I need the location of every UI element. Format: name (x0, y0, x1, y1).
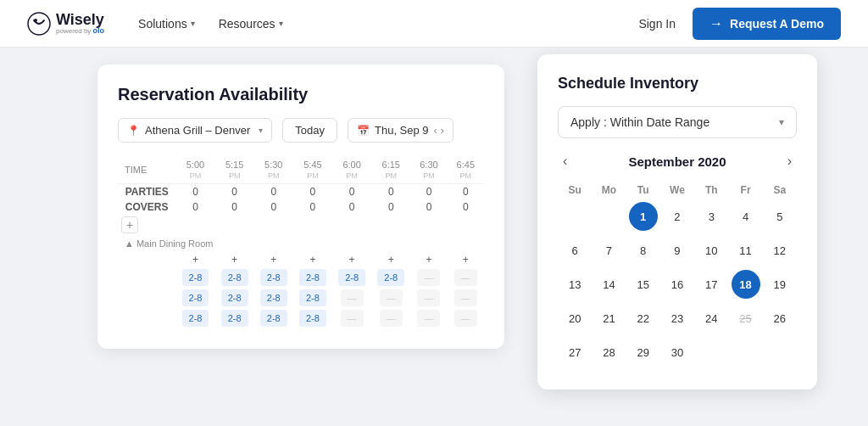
cal-day-28[interactable]: 28 (594, 338, 623, 367)
date-range-dropdown[interactable]: Apply : Within Date Range ▾ (558, 106, 797, 138)
nav-menu: Solutions ▾ Resources ▾ (138, 17, 638, 31)
calendar-next-button[interactable]: › (782, 152, 797, 171)
cal-day-24[interactable]: 24 (697, 304, 726, 333)
calendar-month-year: September 2020 (628, 154, 726, 169)
calendar-grid: Su Mo Tu We Th Fr Sa 1 2 (558, 181, 797, 369)
cal-day-29[interactable]: 29 (629, 338, 658, 367)
slot-3-2[interactable]: 2-8 (221, 310, 248, 327)
add-slot-2[interactable]: + (215, 252, 254, 267)
date-range-chevron-icon: ▾ (779, 116, 784, 128)
inventory-panel-title: Schedule Inventory (558, 75, 797, 92)
cal-day-25[interactable]: 25 (732, 304, 760, 333)
plus-row-1: + + + + + + + + (118, 252, 484, 267)
slot-2-6[interactable]: — (380, 289, 403, 306)
request-demo-button[interactable]: → Request A Demo (693, 8, 841, 40)
cal-day-1[interactable]: 1 (629, 202, 658, 231)
calendar-week-4: 20 21 22 23 24 25 26 (558, 301, 797, 335)
cal-day-10[interactable]: 10 (697, 236, 726, 265)
cal-day-8[interactable]: 8 (629, 236, 658, 265)
calendar-week-5: 27 28 29 30 (558, 335, 797, 369)
cal-day-18[interactable]: 18 (732, 270, 760, 299)
cal-day-14[interactable]: 14 (594, 270, 623, 299)
add-slot-8[interactable]: + (448, 252, 484, 267)
slot-header-3: 5:30PM (254, 156, 293, 184)
slot-3-4[interactable]: 2-8 (299, 310, 326, 327)
add-slot-1[interactable]: + (175, 252, 214, 267)
cal-day-23[interactable]: 23 (663, 304, 692, 333)
slot-1-5[interactable]: 2-8 (338, 269, 365, 286)
cal-day-12[interactable]: 12 (765, 236, 794, 265)
date-navigator[interactable]: 📅 Thu, Sep 9 ‹ › (348, 118, 453, 143)
slot-2-8[interactable]: — (454, 289, 477, 306)
location-select[interactable]: 📍 Athena Grill – Denver ▾ (118, 118, 272, 143)
nav-resources[interactable]: Resources ▾ (219, 17, 283, 31)
slot-1-1[interactable]: 2-8 (182, 269, 209, 286)
slot-1-2[interactable]: 2-8 (221, 269, 248, 286)
slot-3-8[interactable]: — (454, 310, 477, 327)
slot-1-4[interactable]: 2-8 (299, 269, 326, 286)
cal-day-3[interactable]: 3 (697, 202, 726, 231)
cal-day-17[interactable]: 17 (697, 270, 726, 299)
navbar: Wisely powered by olo Solutions ▾ Resour… (0, 0, 868, 48)
slot-2-2[interactable]: 2-8 (221, 289, 248, 306)
cal-day-2[interactable]: 2 (663, 202, 692, 231)
calendar-week-3: 13 14 15 16 17 18 19 (558, 267, 797, 301)
slot-3-6[interactable]: — (380, 310, 403, 327)
current-date-label: Thu, Sep 9 (375, 124, 429, 137)
slot-2-3[interactable]: 2-8 (260, 289, 287, 306)
covers-row: COVERS 000 000 00 (118, 199, 484, 215)
cal-day-4[interactable]: 4 (732, 202, 760, 231)
cal-day-11[interactable]: 11 (732, 236, 760, 265)
cal-day-13[interactable]: 13 (560, 270, 589, 299)
cal-day-26[interactable]: 26 (765, 304, 794, 333)
add-slot-5[interactable]: + (332, 252, 371, 267)
reservation-panel-title: Reservation Availability (118, 85, 484, 104)
slot-1-3[interactable]: 2-8 (260, 269, 287, 286)
slot-3-3[interactable]: 2-8 (260, 310, 287, 327)
slot-1-8[interactable]: — (454, 269, 477, 286)
add-slot-6[interactable]: + (371, 252, 410, 267)
cal-day-30[interactable]: 30 (663, 338, 692, 367)
cal-day-15[interactable]: 15 (629, 270, 658, 299)
slot-2-4[interactable]: 2-8 (299, 289, 326, 306)
add-row: + (118, 215, 484, 235)
calendar: ‹ September 2020 › Su Mo Tu We Th Fr Sa (558, 152, 797, 369)
sign-in-button[interactable]: Sign In (638, 17, 676, 31)
add-slot-4[interactable]: + (293, 252, 332, 267)
date-range-label: Apply : Within Date Range (570, 115, 709, 129)
cal-day-21[interactable]: 21 (594, 304, 623, 333)
powered-label: powered by (56, 27, 91, 35)
slot-1-7[interactable]: — (417, 269, 440, 286)
calendar-icon: 📅 (357, 125, 370, 137)
day-header-fr: Fr (728, 181, 762, 199)
add-section-button[interactable]: + (121, 216, 138, 233)
slot-3-1[interactable]: 2-8 (182, 310, 209, 327)
cal-day-16[interactable]: 16 (663, 270, 692, 299)
slot-2-5[interactable]: — (341, 289, 364, 306)
cal-day-7[interactable]: 7 (594, 236, 623, 265)
calendar-prev-button[interactable]: ‹ (558, 152, 572, 171)
cal-day-20[interactable]: 20 (560, 304, 589, 333)
main-content: Reservation Availability 📍 Athena Grill … (0, 48, 868, 426)
cal-day-22[interactable]: 22 (629, 304, 658, 333)
slot-3-5[interactable]: — (341, 310, 364, 327)
cal-day-9[interactable]: 9 (663, 236, 692, 265)
section-header-row: ▲ Main Dining Room (118, 235, 484, 252)
add-slot-3[interactable]: + (254, 252, 293, 267)
calendar-week-2: 6 7 8 9 10 11 12 (558, 233, 797, 267)
cal-day-6[interactable]: 6 (560, 236, 589, 265)
slot-row-1: 2-8 2-8 2-8 2-8 2-8 2-8 — — (118, 267, 484, 288)
day-header-th: Th (694, 181, 728, 199)
cal-day-19[interactable]: 19 (765, 270, 794, 299)
today-button[interactable]: Today (282, 118, 337, 143)
slot-3-7[interactable]: — (417, 310, 440, 327)
calendar-header: ‹ September 2020 › (558, 152, 797, 171)
cal-day-5[interactable]: 5 (765, 202, 794, 231)
slot-header-6: 6:15PM (371, 156, 410, 184)
slot-2-7[interactable]: — (417, 289, 440, 306)
nav-solutions[interactable]: Solutions ▾ (138, 17, 195, 31)
slot-2-1[interactable]: 2-8 (182, 289, 209, 306)
slot-1-6[interactable]: 2-8 (377, 269, 404, 286)
cal-day-27[interactable]: 27 (560, 338, 589, 367)
add-slot-7[interactable]: + (410, 252, 447, 267)
